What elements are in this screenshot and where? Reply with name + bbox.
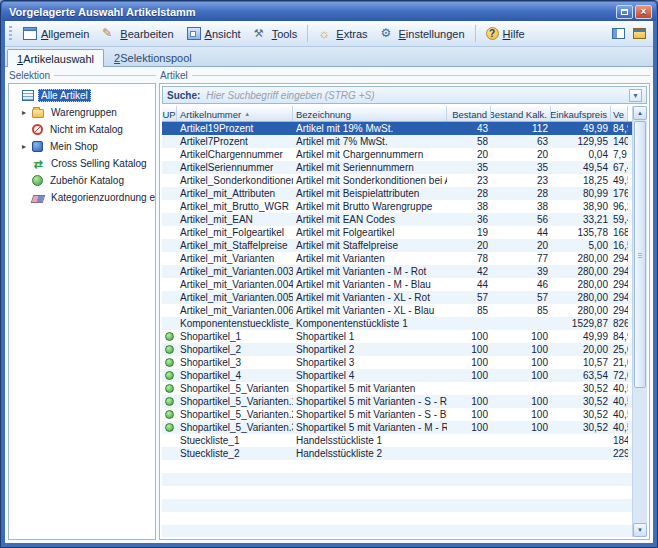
- scrollbar-thumb[interactable]: [634, 121, 646, 388]
- table-row[interactable]: Artikel_mit_EAN Artikel mit EAN Codes 36…: [162, 213, 632, 226]
- cell-artikelnummer: ArtikelChargennummer: [177, 148, 293, 161]
- table-row[interactable]: Artikel_mit_Attributen Artikel mit Beisp…: [162, 187, 632, 200]
- table-row[interactable]: ArtikelChargennummer Artikel mit Chargen…: [162, 148, 632, 161]
- cell-bestand-kalk: [491, 317, 551, 330]
- column-header-up[interactable]: UP: [162, 106, 177, 122]
- webshop-icon: [165, 410, 174, 419]
- hilfe-button[interactable]: Hilfe: [480, 24, 531, 44]
- selection-panel-label: Selektion: [8, 69, 156, 82]
- cell-artikelnummer: Shopartikel_5_Varianten: [177, 382, 293, 395]
- cell-up: [162, 434, 177, 447]
- chevron-down-icon[interactable]: ▼: [629, 89, 642, 102]
- table-row[interactable]: Artikel19Prozent Artikel mit 19% MwSt. 4…: [162, 122, 632, 135]
- table-row[interactable]: Artikel_mit_Varianten.005 Artikel mit Va…: [162, 291, 632, 304]
- window-layout-button[interactable]: [608, 24, 628, 44]
- bearbeiten-button[interactable]: Bearbeiten: [96, 24, 179, 44]
- shop-icon: [32, 141, 43, 152]
- table-row[interactable]: Shopartikel_5_Varianten.3 Shopartikel 5 …: [162, 421, 632, 434]
- table-row[interactable]: Shopartikel_5_Varianten.1 Shopartikel 5 …: [162, 395, 632, 408]
- cell-einkaufspreis: [551, 447, 611, 460]
- cell-bestand: 38: [447, 200, 491, 213]
- table-row[interactable]: Artikel_mit_Brutto_WGR Artikel mit Brutt…: [162, 200, 632, 213]
- vertical-scrollbar[interactable]: ▲ ▼: [632, 106, 647, 537]
- table-row[interactable]: Shopartikel_2 Shopartikel 2 100 100 20,0…: [162, 343, 632, 356]
- table-row[interactable]: Shopartikel_3 Shopartikel 3 100 100 10,5…: [162, 356, 632, 369]
- table-row[interactable]: Artikel_mit_Staffelpreise Artikel mit St…: [162, 239, 632, 252]
- cell-bezeichnung: Shopartikel 5 mit Varianten - M - Rot: [293, 421, 447, 434]
- cell-bestand-kalk: 44: [491, 226, 551, 239]
- table-row[interactable]: Artikel_mit_Varianten.006 Artikel mit Va…: [162, 304, 632, 317]
- titlebar[interactable]: Vorgelagerte Auswahl Artikelstamm ×: [2, 2, 656, 21]
- webshop-icon: [165, 371, 174, 380]
- cell-einkaufspreis: 63,54: [551, 369, 611, 382]
- expand-triangle-icon[interactable]: ▸: [22, 108, 32, 118]
- cell-bestand: 43: [447, 122, 491, 135]
- scroll-down-icon[interactable]: ▼: [633, 523, 647, 537]
- expand-triangle-icon[interactable]: ▸: [22, 142, 32, 152]
- table-row[interactable]: Komponentenstueckliste_1 Komponentenstüc…: [162, 317, 632, 330]
- cell-bezeichnung: Shopartikel 5 mit Varianten - S - Blau: [293, 408, 447, 421]
- table-row[interactable]: Artikel_mit_Varianten.004 Artikel mit Va…: [162, 278, 632, 291]
- search-input[interactable]: Suche: Hier Suchbegriff eingeben (STRG +…: [162, 86, 647, 104]
- cell-verkaufspreis: 40,5: [611, 382, 628, 395]
- cell-bestand-kalk: 35: [491, 161, 551, 174]
- window-title: Vorgelagerte Auswahl Artikelstamm: [9, 6, 614, 18]
- tree-item-alle-artikel[interactable]: Alle Artikel: [9, 87, 155, 104]
- table-row[interactable]: Artikel_mit_Varianten Artikel mit Varian…: [162, 252, 632, 265]
- table-row[interactable]: Artikel_mit_Varianten.003 Artikel mit Va…: [162, 265, 632, 278]
- tree-item-kategorienzuordnung-entfernen[interactable]: Kategorienzuordnung entfernen: [9, 189, 155, 206]
- scroll-up-icon[interactable]: ▲: [633, 106, 647, 120]
- sort-ascending-icon: ▲: [244, 107, 250, 122]
- cell-artikelnummer: Shopartikel_4: [177, 369, 293, 382]
- tree-item-cross-selling-katalog[interactable]: ⇄ Cross Selling Katalog: [9, 155, 155, 172]
- cell-einkaufspreis: 49,99: [551, 330, 611, 343]
- table-row[interactable]: Stueckliste_2 Handelsstückliste 2 229: [162, 447, 632, 460]
- tab-artikelauswahl[interactable]: 1 Artikelauswahl: [7, 49, 104, 67]
- tree-item-label: Alle Artikel: [38, 89, 91, 102]
- cell-bestand-kalk: 100: [491, 408, 551, 421]
- toolbar-grip[interactable]: [9, 26, 12, 42]
- article-panel: Artikel Suche: Hier Suchbegriff eingeben…: [159, 69, 650, 540]
- cell-einkaufspreis: 33,21: [551, 213, 611, 226]
- table-row[interactable]: Shopartikel_5_Varianten.2 Shopartikel 5 …: [162, 408, 632, 421]
- table-row[interactable]: Stueckliste_1 Handelsstückliste 1 184: [162, 434, 632, 447]
- tree-item-nicht-im-katalog[interactable]: Nicht im Katalog: [9, 121, 155, 138]
- table-row[interactable]: Artikel_mit_Folgeartikel Artikel mit Fol…: [162, 226, 632, 239]
- cell-bestand-kalk: 100: [491, 343, 551, 356]
- tab-selektionspool[interactable]: 2 Selektionspool: [104, 48, 202, 66]
- cell-einkaufspreis: 30,52: [551, 395, 611, 408]
- column-header-verkaufspreis[interactable]: Ve: [611, 106, 628, 122]
- close-button[interactable]: ×: [635, 5, 652, 19]
- extras-label: Extras: [336, 28, 367, 40]
- tools-button[interactable]: Tools: [248, 24, 304, 44]
- extras-button[interactable]: Extras: [312, 24, 373, 44]
- table-row[interactable]: ArtikelSeriennummer Artikel mit Seriennu…: [162, 161, 632, 174]
- cell-verkaufspreis: 96,2: [611, 200, 628, 213]
- tree-item-warengruppen[interactable]: ▸ Warengruppen: [9, 104, 155, 121]
- column-header-einkaufspreis[interactable]: Einkaufspreis: [551, 106, 611, 122]
- maximize-button[interactable]: [616, 5, 633, 19]
- column-header-bezeichnung[interactable]: Bezeichnung: [293, 106, 447, 122]
- allgemein-button[interactable]: Allgemein: [17, 24, 95, 44]
- table-row[interactable]: Shopartikel_4 Shopartikel 4 100 100 63,5…: [162, 369, 632, 382]
- column-header-bestand-kalk[interactable]: Bestand Kalk.: [491, 106, 551, 122]
- table-row[interactable]: Artikel7Prozent Artikel mit 7% MwSt. 58 …: [162, 135, 632, 148]
- tree-item-mein-shop[interactable]: ▸ Mein Shop: [9, 138, 155, 155]
- tree-item-zubehoer-katalog[interactable]: Zubehör Katalog: [9, 172, 155, 189]
- einstellungen-button[interactable]: Einstellungen: [375, 24, 471, 44]
- empty-rows: [162, 460, 632, 537]
- table-row[interactable]: Artikel_Sonderkonditionen Artikel mit So…: [162, 174, 632, 187]
- column-header-artikelnummer[interactable]: Artikelnummer ▲: [177, 106, 293, 122]
- table-row[interactable]: Shopartikel_1 Shopartikel 1 100 100 49,9…: [162, 330, 632, 343]
- bearbeiten-label: Bearbeiten: [120, 28, 173, 40]
- form-icon: [23, 27, 37, 40]
- cell-artikelnummer: Artikel_mit_Brutto_WGR: [177, 200, 293, 213]
- cell-einkaufspreis: 1529,87: [551, 317, 611, 330]
- content: Selektion Alle Artikel ▸ Warengruppen: [5, 67, 653, 543]
- column-header-bestand[interactable]: Bestand: [447, 106, 491, 122]
- ansicht-button[interactable]: Ansicht: [181, 24, 247, 44]
- cell-artikelnummer: Artikel_Sonderkonditionen: [177, 174, 293, 187]
- column-chooser-button[interactable]: [629, 24, 649, 44]
- table-row[interactable]: Shopartikel_5_Varianten Shopartikel 5 mi…: [162, 382, 632, 395]
- toolbar-separator: [475, 25, 476, 42]
